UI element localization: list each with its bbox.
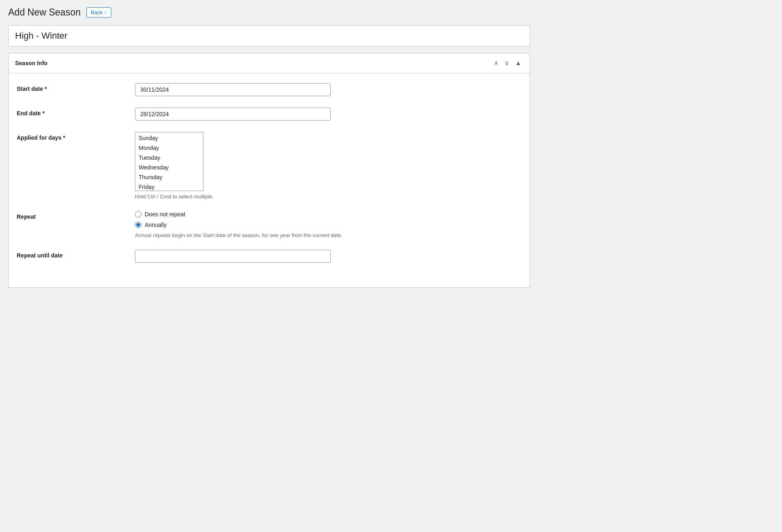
collapse-up-button[interactable]: ∧ (492, 59, 500, 67)
start-date-input[interactable] (135, 83, 331, 96)
section-controls: ∧ ∨ ▲ (492, 59, 523, 67)
move-up-button[interactable]: ▲ (513, 59, 523, 67)
end-date-label: End date * (17, 108, 135, 117)
day-sunday[interactable]: Sunday (135, 133, 203, 143)
section-body: Start date * End date * (9, 73, 530, 287)
page-title: Add New Season (8, 7, 81, 19)
repeat-control: Does not repeat Annually Annual repeats … (135, 211, 521, 238)
day-wednesday[interactable]: Wednesday (135, 163, 203, 172)
repeat-none-radio[interactable] (135, 211, 141, 218)
day-monday[interactable]: Monday (135, 143, 203, 153)
day-friday[interactable]: Friday (135, 182, 203, 191)
end-date-required: * (42, 110, 44, 117)
page-header: Add New Season Back ↑ (8, 7, 530, 19)
applied-days-label: Applied for days * (17, 132, 135, 141)
end-date-control (135, 108, 521, 121)
section-header: Season Info ∧ ∨ ▲ (9, 53, 530, 73)
back-button[interactable]: Back ↑ (86, 7, 111, 18)
repeat-options: Does not repeat Annually (135, 211, 521, 228)
repeat-annually-option[interactable]: Annually (135, 222, 521, 228)
collapse-down-button[interactable]: ∨ (503, 59, 511, 67)
repeat-none-label: Does not repeat (145, 211, 186, 218)
repeat-until-control (135, 250, 521, 263)
annual-note: Annual repeats begin on the Start date o… (135, 232, 521, 238)
repeat-label: Repeat (17, 211, 135, 220)
repeat-row: Repeat Does not repeat Annually Annual r… (17, 211, 521, 238)
days-select[interactable]: Sunday Monday Tuesday Wednesday Thursday… (135, 132, 203, 191)
repeat-annually-label: Annually (145, 222, 167, 228)
day-thursday[interactable]: Thursday (135, 172, 203, 182)
season-name-input[interactable] (9, 26, 530, 46)
repeat-until-label: Repeat until date (17, 250, 135, 259)
day-tuesday[interactable]: Tuesday (135, 153, 203, 163)
start-date-label: Start date * (17, 83, 135, 92)
applied-days-required: * (63, 134, 65, 141)
start-date-required: * (44, 86, 46, 92)
start-date-row: Start date * (17, 83, 521, 96)
days-helper-text: Hold Ctrl / Cmd to select multiple. (135, 193, 521, 200)
repeat-until-row: Repeat until date (17, 250, 521, 263)
start-date-control (135, 83, 521, 96)
season-name-wrapper (8, 25, 530, 46)
end-date-row: End date * (17, 108, 521, 121)
season-info-section: Season Info ∧ ∨ ▲ Start date * (8, 53, 530, 288)
end-date-input[interactable] (135, 108, 331, 121)
repeat-until-input[interactable] (135, 250, 331, 263)
repeat-none-option[interactable]: Does not repeat (135, 211, 521, 218)
repeat-annually-radio[interactable] (135, 222, 141, 228)
section-title: Season Info (15, 60, 47, 66)
applied-days-control: Sunday Monday Tuesday Wednesday Thursday… (135, 132, 521, 200)
applied-days-row: Applied for days * Sunday Monday Tuesday… (17, 132, 521, 200)
